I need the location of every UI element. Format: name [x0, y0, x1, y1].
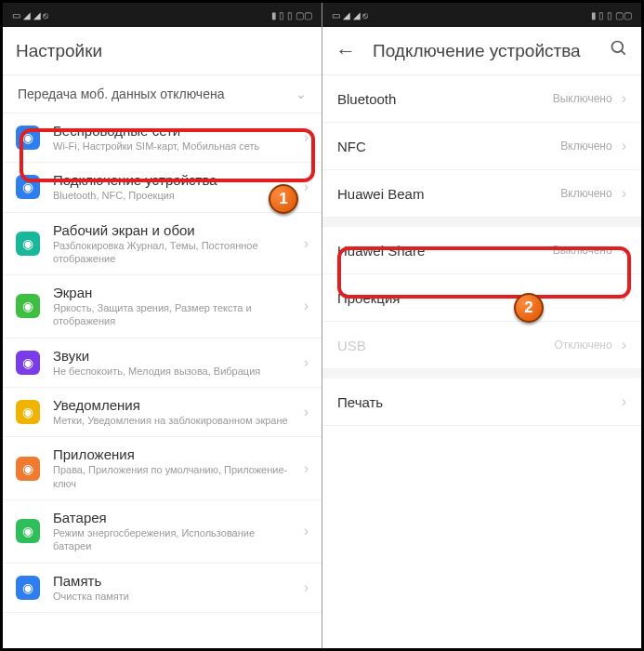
item-subtitle: Очистка памяти	[53, 590, 291, 603]
connection-list[interactable]: Bluetooth Выключено › NFC Включено › Hua…	[322, 75, 641, 648]
item-label: Беспроводные сети	[53, 123, 291, 139]
item-subtitle: Режим энергосбережения, Использование ба…	[53, 526, 291, 553]
item-status: Выключено	[553, 244, 612, 257]
item-status: Отключено	[554, 339, 611, 352]
mobile-data-banner[interactable]: Передача моб. данных отключена ⌄	[3, 75, 322, 113]
settings-item[interactable]: ◉ Рабочий экран и обои Разблокировка Жур…	[3, 213, 322, 276]
memory-icon: ◉	[16, 576, 40, 600]
device-icon: ◉	[16, 175, 40, 199]
item-label: Батарея	[53, 510, 291, 525]
status-bar: ▭ ◢ ◢ ⎋ ▮ ▯ ▯ ▢▢	[3, 3, 322, 27]
item-subtitle: Разблокировка Журнал, Темы, Постоянное о…	[53, 239, 291, 266]
item-label: Рабочий экран и обои	[53, 222, 291, 238]
status-bar: ▭ ◢ ◢ ⎋ ▮ ▯ ▯ ▢▢	[322, 3, 641, 27]
callout-badge-1: 1	[269, 184, 298, 214]
settings-item[interactable]: ◉ Звуки Не беспокоить, Мелодия вызова, В…	[3, 339, 322, 388]
item-label: Подключение устройства	[53, 172, 291, 188]
chevron-right-icon: ›	[622, 185, 626, 202]
item-status: Включено	[560, 140, 611, 153]
device-connection-header: ← Подключение устройства	[322, 27, 641, 75]
connection-item[interactable]: Bluetooth Выключено ›	[322, 75, 641, 123]
signal-icon: ▭ ◢ ◢ ⎋	[332, 10, 368, 20]
section-separator	[322, 369, 641, 379]
chevron-right-icon: ›	[304, 298, 309, 314]
chevron-right-icon: ›	[622, 138, 626, 154]
connection-item[interactable]: Huawei Beam Включено ›	[322, 170, 641, 218]
battery-icon: ▮ ▯ ▯ ▢▢	[591, 10, 632, 20]
bell-icon: ◉	[16, 400, 40, 424]
chevron-right-icon: ›	[622, 393, 626, 410]
item-subtitle: Яркость, Защита зрения, Размер текста и …	[53, 301, 291, 328]
page-title: Настройки	[16, 41, 309, 61]
settings-item[interactable]: ◉ Память Очистка памяти ›	[3, 564, 322, 613]
sound-icon: ◉	[16, 351, 40, 375]
item-label: Память	[53, 573, 291, 589]
settings-item[interactable]: ◉ Беспроводные сети Wi-Fi, Настройки SIM…	[3, 113, 322, 163]
signal-icon: ▭ ◢ ◢ ⎋	[12, 10, 48, 20]
chevron-right-icon: ›	[304, 235, 309, 252]
item-label: Bluetooth	[337, 91, 544, 107]
chevron-right-icon: ›	[304, 579, 309, 596]
item-subtitle: Wi-Fi, Настройки SIM-карт, Мобильная сет…	[53, 140, 291, 153]
connection-item[interactable]: Huawei Share Выключено ›	[322, 227, 641, 274]
battery-icon: ◉	[16, 519, 40, 543]
item-label: USB	[337, 338, 545, 353]
item-subtitle: Метки, Уведомления на заблокированном эк…	[53, 414, 291, 427]
chevron-right-icon: ›	[622, 242, 626, 259]
item-label: Экран	[53, 285, 291, 300]
apps-icon: ◉	[16, 457, 40, 481]
item-label: Приложения	[53, 446, 291, 462]
settings-list[interactable]: Передача моб. данных отключена ⌄ ◉ Беспр…	[3, 75, 322, 648]
phone-right: ▭ ◢ ◢ ⎋ ▮ ▯ ▯ ▢▢ ← Подключение устройств…	[322, 3, 641, 648]
wifi-icon: ◉	[16, 126, 40, 150]
item-label: Проекция	[337, 290, 612, 306]
item-label: Печать	[337, 394, 612, 410]
connection-item: USB Отключено ›	[322, 322, 641, 369]
page-title: Подключение устройства	[373, 41, 610, 61]
item-status: Включено	[560, 187, 611, 200]
svg-line-1	[622, 51, 625, 55]
chevron-right-icon: ›	[622, 337, 626, 353]
item-label: Уведомления	[53, 397, 291, 413]
settings-item[interactable]: ◉ Батарея Режим энергосбережения, Исполь…	[3, 500, 322, 564]
back-icon[interactable]: ←	[335, 39, 356, 63]
item-status: Выключено	[553, 92, 612, 105]
item-subtitle: Bluetooth, NFC, Проекция	[53, 189, 291, 202]
banner-text: Передача моб. данных отключена	[18, 86, 224, 101]
battery-icon: ▮ ▯ ▯ ▢▢	[271, 10, 312, 20]
settings-item[interactable]: ◉ Приложения Права, Приложения по умолча…	[3, 437, 322, 500]
chevron-right-icon: ›	[622, 289, 626, 306]
item-subtitle: Не беспокоить, Мелодия вызова, Вибрация	[53, 365, 291, 378]
item-label: Huawei Beam	[337, 186, 551, 202]
phone-left: ▭ ◢ ◢ ⎋ ▮ ▯ ▯ ▢▢ Настройки Передача моб.…	[3, 3, 322, 648]
connection-item[interactable]: Печать ›	[322, 379, 641, 426]
search-icon[interactable]	[610, 39, 628, 62]
home-icon: ◉	[16, 232, 40, 256]
chevron-right-icon: ›	[304, 129, 309, 146]
chevron-right-icon: ›	[304, 460, 309, 477]
item-label: Huawei Share	[337, 243, 544, 259]
section-separator	[322, 218, 641, 227]
display-icon: ◉	[16, 294, 40, 318]
chevron-right-icon: ›	[304, 354, 309, 371]
settings-header: Настройки	[3, 27, 322, 75]
chevron-right-icon: ›	[304, 404, 309, 420]
item-label: NFC	[337, 139, 551, 154]
chevron-right-icon: ›	[304, 523, 309, 539]
item-subtitle: Права, Приложения по умолчанию, Приложен…	[53, 463, 291, 490]
chevron-right-icon: ›	[622, 90, 626, 107]
chevron-right-icon: ›	[304, 179, 309, 195]
settings-item[interactable]: ◉ Уведомления Метки, Уведомления на забл…	[3, 388, 322, 437]
chevron-down-icon: ⌄	[296, 86, 307, 101]
connection-item[interactable]: Проекция ›	[322, 274, 641, 322]
callout-badge-2: 2	[514, 293, 544, 323]
connection-item[interactable]: NFC Включено ›	[322, 123, 641, 170]
item-label: Звуки	[53, 348, 291, 364]
settings-item[interactable]: ◉ Экран Яркость, Защита зрения, Размер т…	[3, 275, 322, 339]
svg-point-0	[612, 42, 624, 53]
